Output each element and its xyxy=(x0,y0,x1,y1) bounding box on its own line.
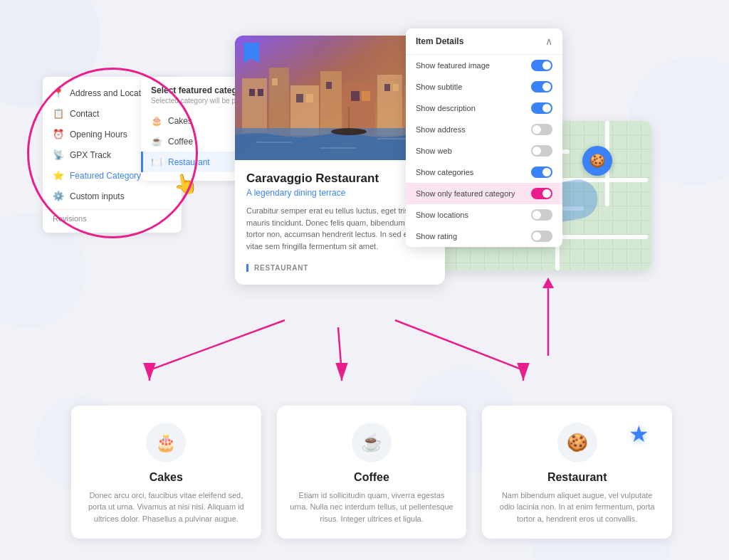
address-icon: 📍 xyxy=(53,88,64,98)
custom-icon: ⚙️ xyxy=(53,191,64,201)
svg-rect-9 xyxy=(249,89,255,96)
restaurant-card-icon: 🍪 xyxy=(557,423,597,463)
restaurant-icon: 🍽️ xyxy=(151,157,162,167)
coffee-card-desc: Etiam id sollicitudin quam, viverra eges… xyxy=(290,490,454,525)
panel-header: Item Details ∧ xyxy=(406,28,562,55)
toggle-rating[interactable] xyxy=(531,231,552,242)
toggle-row-subtitle: Show subtitle xyxy=(406,76,562,97)
toggle-row-rating: Show rating xyxy=(406,226,562,247)
cakes-card-desc: Donec arcu orci, faucibus vitae eleifend… xyxy=(84,490,248,525)
hours-icon: ⏰ xyxy=(53,129,64,139)
svg-rect-2 xyxy=(242,78,267,135)
toggle-row-description: Show description xyxy=(406,97,562,119)
svg-rect-10 xyxy=(258,89,263,96)
contact-icon: 📋 xyxy=(53,108,64,119)
blue-star: ★ xyxy=(629,421,649,448)
svg-rect-13 xyxy=(306,94,313,102)
toggle-row-featured-image: Show featured image xyxy=(406,55,562,76)
map-pin-circle: 🍪 xyxy=(582,146,612,176)
svg-rect-18 xyxy=(393,84,399,91)
svg-rect-12 xyxy=(296,94,303,102)
svg-rect-3 xyxy=(269,68,289,135)
toggle-categories[interactable] xyxy=(531,167,552,178)
toggle-locations[interactable] xyxy=(531,209,552,221)
coffee-icon: ☕ xyxy=(151,136,162,147)
toggle-featured-image[interactable] xyxy=(531,60,552,71)
panel-collapse-icon[interactable]: ∧ xyxy=(545,36,552,47)
toggle-web[interactable] xyxy=(531,145,552,157)
gpx-icon: 📡 xyxy=(53,149,64,160)
svg-rect-7 xyxy=(377,75,402,135)
sidebar-item-custom-inputs[interactable]: ⚙️ Custom inputs xyxy=(43,186,182,206)
svg-rect-15 xyxy=(351,91,360,101)
coffee-card-title: Coffee xyxy=(354,471,389,484)
bottom-cards-container: 🎂 Cakes Donec arcu orci, faucibus vitae … xyxy=(71,406,672,539)
coffee-card-icon: ☕ xyxy=(352,423,392,463)
svg-rect-4 xyxy=(290,85,319,135)
svg-rect-16 xyxy=(362,91,370,101)
toggle-row-address: Show address xyxy=(406,119,562,140)
svg-rect-6 xyxy=(343,82,375,135)
svg-point-23 xyxy=(331,128,367,135)
toggle-row-locations: Show locations xyxy=(406,204,562,226)
toggle-row-featured-only: Show only featured category xyxy=(406,183,562,204)
toggle-subtitle[interactable] xyxy=(531,81,552,93)
svg-rect-11 xyxy=(272,78,278,85)
cakes-icon: 🎂 xyxy=(151,115,162,126)
panel-title: Item Details xyxy=(416,36,463,46)
toggle-row-categories: Show categories xyxy=(406,162,562,183)
cursor-hand: 👆 xyxy=(171,170,199,198)
toggle-row-web: Show web xyxy=(406,140,562,162)
star-icon: ⭐ xyxy=(53,170,64,181)
restaurant-card-title: Restaurant xyxy=(547,471,607,484)
toggle-description[interactable] xyxy=(531,102,552,114)
svg-rect-5 xyxy=(320,71,342,135)
svg-rect-14 xyxy=(326,82,332,89)
cakes-card-icon: 🎂 xyxy=(146,423,186,463)
toggle-address[interactable] xyxy=(531,124,552,135)
bottom-card-coffee: ☕ Coffee Etiam id sollicitudin quam, viv… xyxy=(277,406,467,539)
restaurant-card-desc: Nam bibendum aliquet augue, vel vulputat… xyxy=(495,490,659,525)
svg-marker-26 xyxy=(542,278,554,288)
svg-rect-17 xyxy=(384,84,390,91)
revisions-label: Revisions xyxy=(43,209,182,227)
map-pin: 🍪 xyxy=(582,146,612,176)
toggle-featured-only[interactable] xyxy=(531,188,552,199)
item-details-panel: Item Details ∧ Show featured image Show … xyxy=(406,28,562,247)
card-tag: RESTAURANT xyxy=(246,264,308,272)
cakes-card-title: Cakes xyxy=(150,471,183,484)
main-container: 📍 Address and Location 📋 Contact ⏰ Openi… xyxy=(0,0,729,560)
bottom-card-cakes: 🎂 Cakes Donec arcu orci, faucibus vitae … xyxy=(71,406,261,539)
